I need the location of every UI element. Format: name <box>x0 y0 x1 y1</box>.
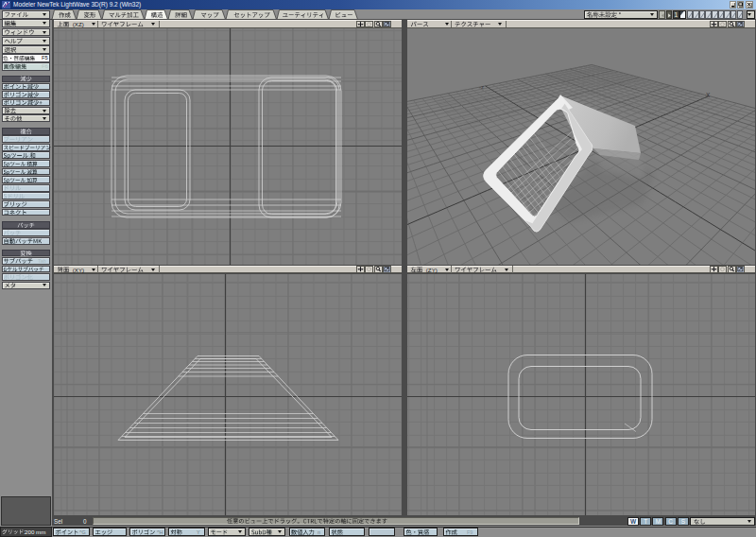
svg-text:X: X <box>706 92 711 98</box>
svg-text:-z: -z <box>479 84 484 90</box>
